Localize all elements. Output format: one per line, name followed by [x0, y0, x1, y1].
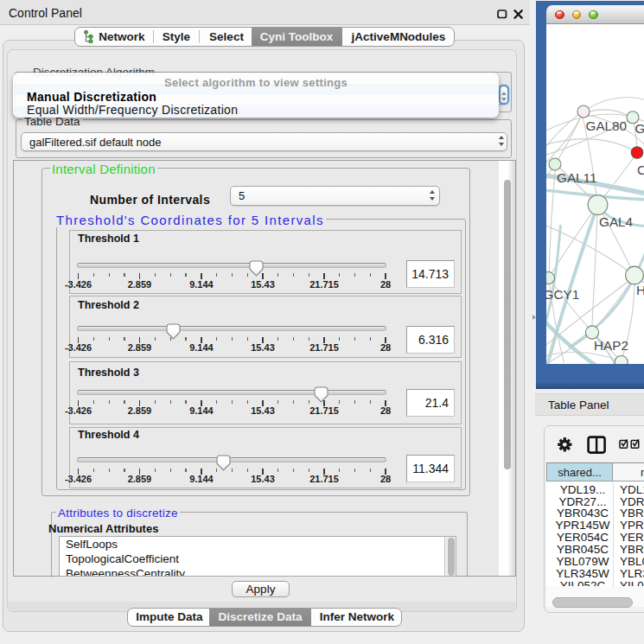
- svg-text:HAP2: HAP2: [594, 338, 628, 353]
- svg-text:GA: GA: [634, 121, 644, 136]
- svg-text:GAL11: GAL11: [557, 170, 597, 185]
- svg-text:GCY1: GCY1: [546, 287, 579, 302]
- svg-text:GAL80: GAL80: [585, 118, 627, 133]
- svg-text:H: H: [636, 283, 644, 297]
- svg-text:GAL4: GAL4: [599, 214, 634, 229]
- svg-text:C: C: [637, 163, 644, 177]
